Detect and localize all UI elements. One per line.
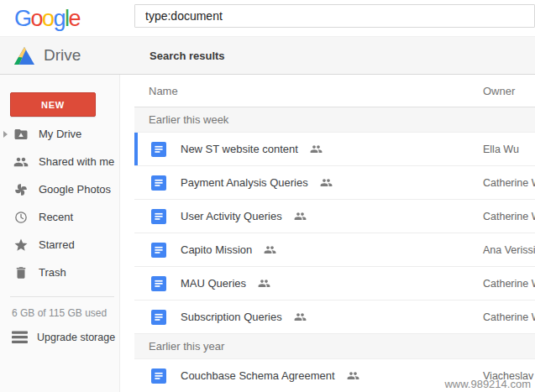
file-owner: Catherine Wo [483,267,535,300]
column-header-name[interactable]: Name [149,75,178,107]
file-row[interactable]: Capito Mission Ana Verissimo [134,233,535,267]
watermark-text: www.989214.com [444,378,531,390]
sidebar-item-shared-with-me[interactable]: Shared with me [0,148,120,175]
sidebar-nav: My Drive Shared with me Google Phot [0,120,120,286]
section-header: Earlier this year [134,334,535,359]
google-logo-letter: g [54,6,66,31]
trash-icon [13,265,29,280]
shared-people-icon [264,243,276,256]
file-owner: Ana Verissimo [483,233,535,266]
document-icon [151,243,166,258]
document-icon [151,310,166,325]
shared-people-icon [320,176,333,189]
file-name: Payment Analysis Queries [181,176,308,189]
file-row[interactable]: Payment Analysis Queries Catherine Wo [134,166,535,200]
storage-icon [12,331,28,344]
shared-people-icon [294,210,307,222]
google-drive-app: Google Drive Search results NEW [0,0,535,392]
clock-icon [13,210,29,225]
upgrade-storage-link[interactable]: Upgrade storage [0,327,120,348]
document-icon [151,209,166,224]
file-owner: Catherine Wo [483,166,535,199]
file-name: New ST website content [181,143,298,155]
photos-pinwheel-icon [13,182,29,197]
search-results-list: Name Owner Earlier this week New ST webs… [120,75,535,392]
search-input[interactable] [134,4,535,28]
my-drive-folder-icon [13,127,29,142]
file-name: User Activity Queries [181,210,282,222]
sidebar-item-google-photos[interactable]: Google Photos [0,175,120,203]
top-bar: Google [0,0,535,37]
file-name: Capito Mission [181,243,252,256]
google-logo[interactable]: Google [14,6,80,31]
sidebar-item-recent[interactable]: Recent [0,203,120,231]
shared-people-icon [347,369,359,382]
google-logo-letter: o [42,6,54,31]
file-owner: Ella Wu [483,133,519,165]
sidebar-item-label: Shared with me [39,155,114,168]
google-logo-letter: o [31,6,43,31]
app-header: Drive Search results [0,37,535,75]
sidebar-item-label: Google Photos [39,183,111,196]
sidebar-item-label: Recent [39,211,73,223]
file-row[interactable]: New ST website content Ella Wu [134,133,535,166]
page-title: Search results [149,37,225,74]
storage-usage-text: 6 GB of 115 GB used [12,307,107,319]
file-owner: Catherine Wo [483,301,535,333]
shared-people-icon [294,311,307,323]
column-header-owner: Owner [483,75,515,107]
sidebar: NEW My Drive Shared with me [0,75,120,392]
sidebar-item-label: My Drive [39,128,81,140]
drive-logo-icon [14,47,34,65]
section-header: Earlier this week [134,107,535,133]
app-name: Drive [44,46,81,65]
upgrade-storage-label: Upgrade storage [37,332,115,343]
file-row[interactable]: Subscription Queries Catherine Wo [134,301,535,334]
document-icon [151,175,166,191]
sidebar-item-starred[interactable]: Starred [0,231,120,259]
shared-people-icon [258,277,270,290]
star-icon [13,238,29,253]
file-name: MAU Queries [181,277,246,290]
sidebar-divider [10,296,114,297]
document-icon [151,276,166,291]
google-logo-letter: e [69,6,81,31]
file-row[interactable]: User Activity Queries Catherine Wo [134,200,535,233]
people-icon [13,154,29,170]
file-name: Subscription Queries [181,311,282,323]
document-icon [151,368,166,384]
sidebar-item-my-drive[interactable]: My Drive [0,120,120,148]
sidebar-item-trash[interactable]: Trash [0,259,120,286]
google-logo-letter: G [14,6,31,31]
drive-home-link[interactable]: Drive [14,37,81,74]
sidebar-item-label: Trash [39,266,66,279]
new-button[interactable]: NEW [10,92,96,117]
file-owner: Catherine Wo [483,200,535,233]
file-row[interactable]: MAU Queries Catherine Wo [134,267,535,301]
body: NEW My Drive Shared with me [0,75,535,392]
sidebar-item-label: Starred [39,238,75,251]
list-header-row: Name Owner [134,75,535,107]
shared-people-icon [310,143,323,155]
file-name: Couchbase Schema Agreement [181,369,335,382]
expand-arrow-icon[interactable] [3,131,8,138]
document-icon [151,142,166,157]
